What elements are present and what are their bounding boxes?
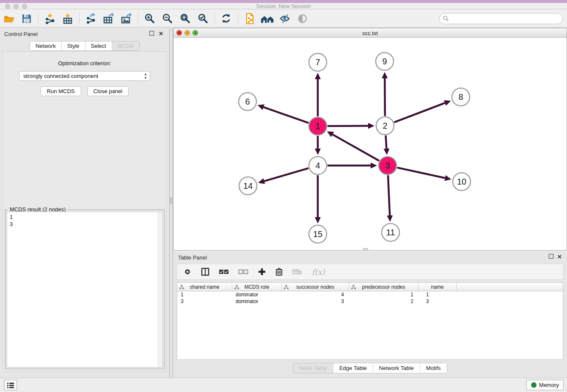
edge-arrowhead [258, 178, 265, 184]
memory-label: Memory [539, 382, 559, 388]
table-row[interactable]: 3dominator323 [177, 298, 563, 305]
import-network-icon[interactable] [43, 11, 57, 26]
search-input[interactable] [439, 13, 563, 24]
network-window-title-bar[interactable]: ✕ − ＋ scc.txt [173, 28, 567, 38]
select-all-columns-icon[interactable] [219, 268, 229, 275]
tab-motifs[interactable]: Motifs [420, 363, 447, 373]
result-scrollbar[interactable] [158, 212, 162, 367]
main-toolbar [0, 10, 567, 28]
settings-gear-icon[interactable] [183, 268, 192, 276]
zoom-selected-icon[interactable] [196, 11, 210, 26]
optimization-criterion-select[interactable]: strongly connected component ▲▼ [19, 71, 150, 81]
tab-select[interactable]: Select [85, 41, 112, 50]
export-table-icon[interactable] [102, 11, 116, 26]
column-header-shared-name[interactable]: shared name [177, 283, 232, 291]
splitter-grip[interactable] [170, 197, 172, 204]
cell-shared-name[interactable]: 3 [177, 298, 232, 305]
toolbar-separator [238, 12, 238, 25]
open-session-icon[interactable] [2, 11, 16, 26]
show-columns-icon[interactable] [201, 268, 209, 276]
first-neighbors-icon[interactable] [260, 11, 275, 26]
graph-edge-2-9[interactable] [385, 78, 385, 116]
delete-columns-icon[interactable] [275, 268, 283, 276]
cell-successor-nodes[interactable]: 3 [282, 298, 349, 305]
graph-edge-1-6[interactable] [264, 107, 309, 123]
close-panel-button[interactable]: Close panel [87, 86, 129, 96]
memory-button[interactable]: Memory [526, 380, 564, 390]
table-close-panel-icon[interactable]: ✕ [557, 254, 562, 260]
search-box [439, 13, 563, 24]
cell-MCDS-role[interactable]: dominator [232, 298, 282, 305]
panel-splitter[interactable] [169, 28, 173, 378]
tab-edge-table[interactable]: Edge Table [333, 363, 373, 373]
table-row[interactable]: 1dominator411 [177, 291, 563, 298]
cell-MCDS-role[interactable]: dominator [232, 291, 282, 298]
graph-edge-1-2[interactable] [328, 126, 368, 126]
select-stepper-icon: ▲▼ [144, 72, 147, 80]
control-panel-tabs: NetworkStyleSelectMCDS [30, 41, 140, 51]
tab-style[interactable]: Style [61, 41, 85, 50]
graph-edge-2-8[interactable] [394, 103, 445, 122]
cell-predecessor-nodes[interactable]: 2 [349, 298, 418, 305]
zoom-fit-icon[interactable] [178, 11, 193, 26]
graph-node-label: 6 [245, 97, 250, 106]
graph-edge-3-10[interactable] [397, 168, 445, 178]
graph-node-label: 7 [315, 58, 320, 67]
float-panel-icon[interactable] [149, 31, 154, 37]
graph-edge-3-1[interactable] [333, 135, 379, 161]
zoom-out-icon[interactable] [160, 11, 175, 26]
toolbar-separator [38, 12, 39, 25]
save-session-icon[interactable] [19, 11, 34, 26]
close-panel-icon[interactable]: ✕ [159, 31, 163, 37]
toolbar-separator [215, 12, 215, 25]
network-canvas[interactable]: 7968124314101511 [173, 38, 567, 250]
edge-arrowhead [371, 163, 377, 168]
task-history-button[interactable] [4, 380, 17, 390]
cell-predecessor-nodes[interactable]: 1 [349, 291, 418, 298]
function-builder-icon[interactable]: f(x) [312, 268, 325, 276]
new-network-from-selection-icon[interactable] [242, 11, 257, 26]
column-header-predecessor-nodes[interactable]: predecessor nodes [349, 283, 418, 291]
column-header-name[interactable]: name [418, 283, 457, 291]
cell-successor-nodes[interactable]: 4 [282, 291, 349, 298]
search-icon [443, 16, 449, 22]
apply-layout-icon[interactable] [219, 11, 234, 26]
export-image-icon[interactable] [119, 11, 134, 26]
show-graphics-details-icon[interactable] [278, 11, 292, 26]
tab-network-table[interactable]: Network Table [373, 363, 420, 373]
table-panel-tabs: Node TableEdge TableNetwork TableMotifs [293, 363, 447, 373]
tab-mcds[interactable]: MCDS [112, 41, 139, 50]
edge-arrowhead [368, 123, 374, 129]
edge-arrowhead [315, 217, 321, 224]
graph-edge-4-14[interactable] [264, 168, 308, 181]
graph-edge-3-11[interactable] [388, 175, 390, 215]
export-network-icon[interactable] [84, 11, 98, 26]
cell-name[interactable]: 3 [418, 298, 457, 305]
graph-node-label: 4 [315, 161, 320, 170]
tab-network[interactable]: Network [30, 41, 61, 50]
app-title-bar: Session: New Session [0, 0, 567, 9]
graph-node-label: 2 [383, 121, 387, 130]
cell-shared-name[interactable]: 1 [177, 291, 232, 298]
node-table: shared nameMCDS rolesuccessor nodesprede… [177, 282, 563, 360]
unselect-all-columns-icon[interactable] [238, 268, 248, 275]
canvas-resize-grip[interactable] [363, 248, 368, 250]
graph-node-label: 11 [386, 228, 395, 237]
run-mcds-button[interactable]: Run MCDS [41, 86, 81, 96]
toolbar-separator [79, 12, 80, 25]
hide-graphics-details-icon[interactable] [296, 11, 310, 26]
edge-arrowhead [315, 149, 321, 155]
column-header-filler [457, 283, 563, 291]
create-column-icon[interactable] [258, 268, 266, 276]
table-body: 1dominator4113dominator323 [177, 291, 563, 305]
tab-node-table[interactable]: Node Table [293, 363, 333, 373]
zoom-in-icon[interactable] [143, 11, 157, 26]
import-table-icon[interactable] [61, 11, 75, 26]
column-header-MCDS-role[interactable]: MCDS role [232, 283, 282, 291]
table-float-panel-icon[interactable] [549, 254, 553, 260]
column-header-successor-nodes[interactable]: successor nodes [282, 283, 349, 291]
graph-edge-2-3[interactable] [385, 135, 386, 149]
optimization-criterion-label: Optimization criterion: [3, 60, 166, 66]
delete-table-icon[interactable] [292, 268, 303, 275]
cell-name[interactable]: 1 [418, 291, 457, 298]
